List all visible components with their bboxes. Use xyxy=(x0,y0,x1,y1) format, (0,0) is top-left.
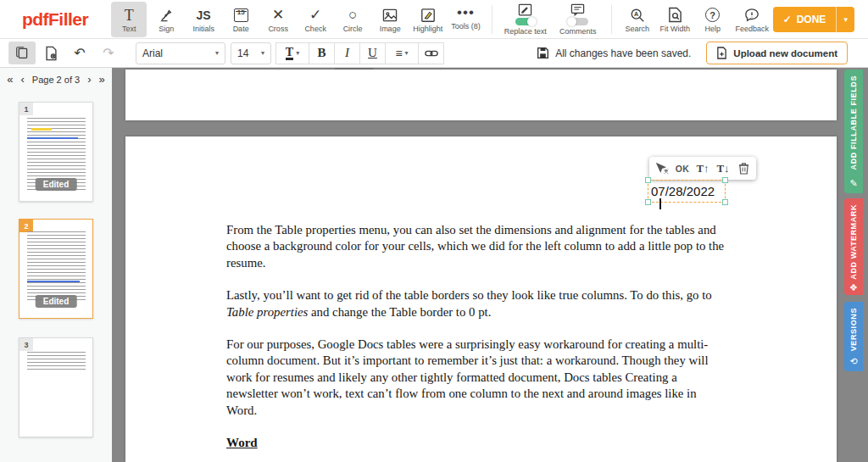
first-page-button[interactable]: « xyxy=(7,73,13,86)
tool-cross[interactable]: ✕ Cross xyxy=(260,2,296,37)
document-text: From the Table properties menu, you can … xyxy=(226,222,728,451)
tool-help[interactable]: ? Help xyxy=(695,2,731,37)
font-family-select[interactable]: Arial ▾ xyxy=(136,42,225,64)
page-navigation: « ‹ Page 2 of 3 › » xyxy=(0,68,112,91)
pages-panel-button[interactable] xyxy=(8,42,36,64)
add-watermark-tab[interactable]: ADD WATERMARK ❖ xyxy=(844,198,863,295)
tool-search[interactable]: A Search xyxy=(620,2,655,37)
text-style-group: T ▾ B I U ≡ ▾ xyxy=(276,42,444,64)
undo-button[interactable]: ↶ xyxy=(66,42,93,64)
thumbnail-content xyxy=(27,352,86,370)
tool-circle[interactable]: ○ Circle xyxy=(335,2,370,37)
svg-text:A: A xyxy=(634,10,638,18)
initials-icon: JS xyxy=(197,7,211,24)
chevron-down-icon: ▾ xyxy=(215,49,219,57)
page-thumbnail-1[interactable]: 1 Edited xyxy=(19,102,93,202)
italic-button[interactable]: I xyxy=(334,42,360,64)
underline-button[interactable]: U xyxy=(359,42,386,64)
ellipsis-icon: ••• xyxy=(457,4,475,21)
check-icon: ✓ xyxy=(309,7,321,24)
sign-icon xyxy=(159,7,175,24)
image-icon xyxy=(382,7,398,24)
text-color-icon: T xyxy=(286,47,293,60)
page-1-bottom xyxy=(125,70,837,120)
font-increase-icon: T↑ xyxy=(696,162,709,175)
upload-document-icon xyxy=(716,47,727,59)
replace-text-icon xyxy=(518,3,532,16)
tool-image[interactable]: Image xyxy=(372,2,408,37)
font-size-select[interactable]: 14 ▾ xyxy=(231,42,271,64)
chevron-down-icon: ▾ xyxy=(843,15,848,24)
tool-initials[interactable]: JS Initials xyxy=(186,2,221,37)
done-split-button: ✓ DONE ▾ xyxy=(773,7,854,32)
calendar-icon: 15 xyxy=(234,7,248,24)
cross-icon: ✕ xyxy=(272,7,284,24)
text-icon: T xyxy=(125,7,134,24)
replace-text-toggle[interactable]: Replace text xyxy=(501,3,550,36)
tool-feedback[interactable]: Feedback xyxy=(732,2,772,37)
resize-handle[interactable] xyxy=(645,177,651,183)
document-canvas: OK T↑ T↓ 07/28/2022 From the Table pr xyxy=(112,68,868,462)
text-color-button[interactable]: T ▾ xyxy=(275,42,309,64)
delete-field-button[interactable] xyxy=(733,159,754,178)
page-settings-button[interactable] xyxy=(37,42,64,64)
move-field-button[interactable] xyxy=(652,159,672,178)
trash-icon xyxy=(738,162,749,175)
divider xyxy=(492,5,492,34)
save-icon xyxy=(537,47,549,59)
chevron-down-icon: ▾ xyxy=(261,49,264,57)
feedback-icon xyxy=(744,7,760,24)
thumbnails-sidebar: « ‹ Page 2 of 3 › » 1 Edited 2 Edited 3 xyxy=(0,68,112,462)
font-decrease-icon: T↓ xyxy=(716,162,729,175)
next-page-button[interactable]: › xyxy=(87,73,91,86)
watermark-icon: ❖ xyxy=(849,283,858,292)
ok-button[interactable]: OK xyxy=(672,159,693,178)
redo-button[interactable]: ↷ xyxy=(95,42,122,64)
thumbnail-highlight xyxy=(31,128,52,131)
tool-date[interactable]: 15 Date xyxy=(223,2,259,37)
comments-toggle[interactable]: Comments xyxy=(554,3,603,36)
versions-tab[interactable]: VERSIONS ⟲ xyxy=(844,302,863,371)
tool-text[interactable]: T Text xyxy=(111,2,147,37)
page-number-badge: 1 xyxy=(19,103,33,115)
font-size-up-button[interactable]: T↑ xyxy=(693,159,713,178)
copy-pages-icon xyxy=(15,46,30,60)
align-button[interactable]: ≡ ▾ xyxy=(385,42,419,64)
resize-handle[interactable] xyxy=(722,177,728,183)
tool-more-tools[interactable]: ••• Tools (8) xyxy=(448,2,484,37)
tool-highlight[interactable]: Highlight xyxy=(409,2,446,37)
font-size-down-button[interactable]: T↓ xyxy=(713,159,733,178)
page-number-badge: 2 xyxy=(19,220,33,232)
link-button[interactable] xyxy=(418,42,444,64)
pdffiller-logo: pdfFiller xyxy=(0,9,110,30)
undo-icon: ↶ xyxy=(74,45,85,61)
add-fillable-fields-tab[interactable]: ADD FILLABLE FIELDS ✎ xyxy=(844,70,863,193)
thumbnail-content xyxy=(27,231,86,301)
previous-page-button[interactable]: ‹ xyxy=(21,73,25,86)
page-thumbnail-3[interactable]: 3 xyxy=(19,337,93,437)
toggle-switch-on xyxy=(515,18,536,25)
edited-badge: Edited xyxy=(36,295,77,308)
done-button[interactable]: ✓ DONE xyxy=(773,7,837,32)
resize-handle[interactable] xyxy=(722,199,728,205)
date-text-field[interactable]: 07/28/2022 xyxy=(648,180,726,203)
upload-new-document-button[interactable]: Upload new document xyxy=(706,42,848,64)
top-toolbar: pdfFiller T Text Sign JS Initials 15 Dat… xyxy=(0,0,868,39)
thumbnail-link-line xyxy=(27,137,78,139)
fit-width-icon xyxy=(668,7,682,24)
tool-fit-width[interactable]: Fit Width xyxy=(657,2,693,37)
divider xyxy=(611,5,612,34)
last-page-button[interactable]: » xyxy=(98,73,104,86)
move-icon xyxy=(655,163,669,175)
tool-check[interactable]: ✓ Check xyxy=(298,2,333,37)
versions-history-icon: ⟲ xyxy=(849,357,857,366)
bold-button[interactable]: B xyxy=(309,42,335,64)
chevron-down-icon: ▾ xyxy=(405,49,409,57)
done-dropdown-button[interactable]: ▾ xyxy=(837,7,854,32)
resize-handle[interactable] xyxy=(645,199,651,205)
page-2: OK T↑ T↓ 07/28/2022 From the Table pr xyxy=(125,136,837,462)
page-thumbnail-2[interactable]: 2 Edited xyxy=(19,219,93,319)
tool-sign[interactable]: Sign xyxy=(148,2,184,37)
chevron-down-icon: ▾ xyxy=(296,49,299,57)
thumbnail-link-line xyxy=(27,281,80,282)
